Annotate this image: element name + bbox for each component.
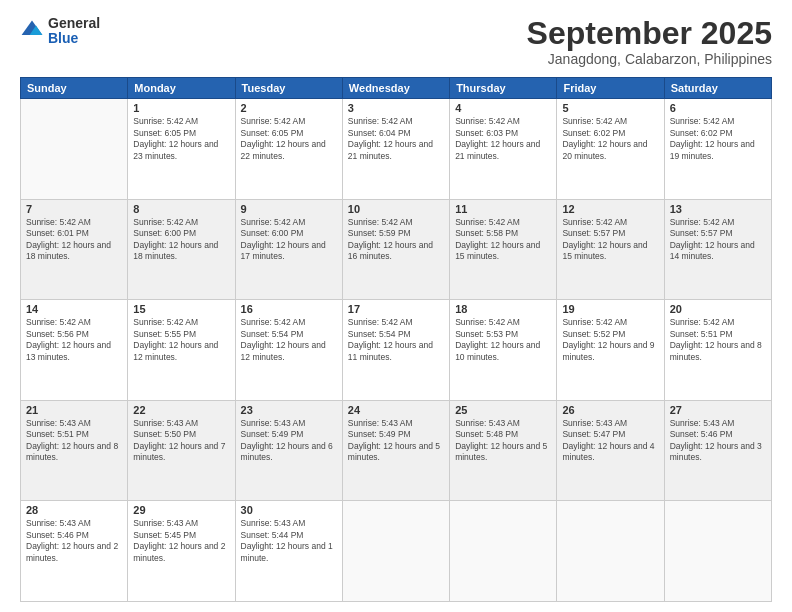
day-cell-23: 23 Sunrise: 5:43 AMSunset: 5:49 PMDaylig… <box>235 400 342 501</box>
day-info: Sunrise: 5:42 AMSunset: 5:56 PMDaylight:… <box>26 317 111 361</box>
day-info: Sunrise: 5:42 AMSunset: 6:03 PMDaylight:… <box>455 116 540 160</box>
day-number: 9 <box>241 203 337 215</box>
day-cell-16: 16 Sunrise: 5:42 AMSunset: 5:54 PMDaylig… <box>235 300 342 401</box>
logo-icon <box>20 19 44 43</box>
day-cell-24: 24 Sunrise: 5:43 AMSunset: 5:49 PMDaylig… <box>342 400 449 501</box>
day-info: Sunrise: 5:43 AMSunset: 5:46 PMDaylight:… <box>26 518 118 562</box>
day-info: Sunrise: 5:42 AMSunset: 6:05 PMDaylight:… <box>133 116 218 160</box>
day-cell-9: 9 Sunrise: 5:42 AMSunset: 6:00 PMDayligh… <box>235 199 342 300</box>
day-info: Sunrise: 5:42 AMSunset: 5:57 PMDaylight:… <box>670 217 755 261</box>
header-sunday: Sunday <box>21 78 128 99</box>
day-number: 25 <box>455 404 551 416</box>
day-info: Sunrise: 5:42 AMSunset: 6:01 PMDaylight:… <box>26 217 111 261</box>
calendar-table: Sunday Monday Tuesday Wednesday Thursday… <box>20 77 772 602</box>
day-info: Sunrise: 5:42 AMSunset: 5:58 PMDaylight:… <box>455 217 540 261</box>
day-cell-8: 8 Sunrise: 5:42 AMSunset: 6:00 PMDayligh… <box>128 199 235 300</box>
day-number: 8 <box>133 203 229 215</box>
week-row-1: 1 Sunrise: 5:42 AMSunset: 6:05 PMDayligh… <box>21 99 772 200</box>
day-number: 3 <box>348 102 444 114</box>
day-cell-28: 28 Sunrise: 5:43 AMSunset: 5:46 PMDaylig… <box>21 501 128 602</box>
day-number: 1 <box>133 102 229 114</box>
day-number: 14 <box>26 303 122 315</box>
day-info: Sunrise: 5:43 AMSunset: 5:46 PMDaylight:… <box>670 418 762 462</box>
logo-blue: Blue <box>48 31 100 46</box>
day-number: 18 <box>455 303 551 315</box>
week-row-4: 21 Sunrise: 5:43 AMSunset: 5:51 PMDaylig… <box>21 400 772 501</box>
day-number: 11 <box>455 203 551 215</box>
header-friday: Friday <box>557 78 664 99</box>
header: General Blue September 2025 Janagdong, C… <box>20 16 772 67</box>
day-number: 2 <box>241 102 337 114</box>
day-cell-22: 22 Sunrise: 5:43 AMSunset: 5:50 PMDaylig… <box>128 400 235 501</box>
day-cell-19: 19 Sunrise: 5:42 AMSunset: 5:52 PMDaylig… <box>557 300 664 401</box>
day-info: Sunrise: 5:42 AMSunset: 5:52 PMDaylight:… <box>562 317 654 361</box>
day-cell-20: 20 Sunrise: 5:42 AMSunset: 5:51 PMDaylig… <box>664 300 771 401</box>
day-cell-29: 29 Sunrise: 5:43 AMSunset: 5:45 PMDaylig… <box>128 501 235 602</box>
empty-cell <box>557 501 664 602</box>
week-row-3: 14 Sunrise: 5:42 AMSunset: 5:56 PMDaylig… <box>21 300 772 401</box>
day-number: 29 <box>133 504 229 516</box>
day-info: Sunrise: 5:43 AMSunset: 5:49 PMDaylight:… <box>348 418 440 462</box>
day-info: Sunrise: 5:42 AMSunset: 5:51 PMDaylight:… <box>670 317 762 361</box>
month-title: September 2025 <box>527 16 772 51</box>
day-cell-5: 5 Sunrise: 5:42 AMSunset: 6:02 PMDayligh… <box>557 99 664 200</box>
day-info: Sunrise: 5:43 AMSunset: 5:44 PMDaylight:… <box>241 518 333 562</box>
logo-text: General Blue <box>48 16 100 47</box>
day-cell-4: 4 Sunrise: 5:42 AMSunset: 6:03 PMDayligh… <box>450 99 557 200</box>
day-cell-25: 25 Sunrise: 5:43 AMSunset: 5:48 PMDaylig… <box>450 400 557 501</box>
week-row-2: 7 Sunrise: 5:42 AMSunset: 6:01 PMDayligh… <box>21 199 772 300</box>
day-number: 30 <box>241 504 337 516</box>
day-info: Sunrise: 5:42 AMSunset: 6:02 PMDaylight:… <box>670 116 755 160</box>
day-cell-13: 13 Sunrise: 5:42 AMSunset: 5:57 PMDaylig… <box>664 199 771 300</box>
week-row-5: 28 Sunrise: 5:43 AMSunset: 5:46 PMDaylig… <box>21 501 772 602</box>
day-info: Sunrise: 5:43 AMSunset: 5:49 PMDaylight:… <box>241 418 333 462</box>
day-number: 17 <box>348 303 444 315</box>
day-number: 20 <box>670 303 766 315</box>
day-info: Sunrise: 5:43 AMSunset: 5:45 PMDaylight:… <box>133 518 225 562</box>
day-info: Sunrise: 5:42 AMSunset: 6:04 PMDaylight:… <box>348 116 433 160</box>
day-info: Sunrise: 5:43 AMSunset: 5:51 PMDaylight:… <box>26 418 118 462</box>
day-number: 28 <box>26 504 122 516</box>
day-cell-6: 6 Sunrise: 5:42 AMSunset: 6:02 PMDayligh… <box>664 99 771 200</box>
day-cell-3: 3 Sunrise: 5:42 AMSunset: 6:04 PMDayligh… <box>342 99 449 200</box>
day-info: Sunrise: 5:42 AMSunset: 5:59 PMDaylight:… <box>348 217 433 261</box>
day-number: 5 <box>562 102 658 114</box>
day-number: 26 <box>562 404 658 416</box>
logo: General Blue <box>20 16 100 47</box>
day-info: Sunrise: 5:42 AMSunset: 5:53 PMDaylight:… <box>455 317 540 361</box>
day-cell-10: 10 Sunrise: 5:42 AMSunset: 5:59 PMDaylig… <box>342 199 449 300</box>
header-thursday: Thursday <box>450 78 557 99</box>
page: General Blue September 2025 Janagdong, C… <box>0 0 792 612</box>
day-number: 24 <box>348 404 444 416</box>
header-saturday: Saturday <box>664 78 771 99</box>
day-info: Sunrise: 5:42 AMSunset: 6:00 PMDaylight:… <box>133 217 218 261</box>
day-number: 19 <box>562 303 658 315</box>
day-cell-1: 1 Sunrise: 5:42 AMSunset: 6:05 PMDayligh… <box>128 99 235 200</box>
day-number: 6 <box>670 102 766 114</box>
day-number: 13 <box>670 203 766 215</box>
day-info: Sunrise: 5:42 AMSunset: 5:54 PMDaylight:… <box>348 317 433 361</box>
day-info: Sunrise: 5:42 AMSunset: 6:05 PMDaylight:… <box>241 116 326 160</box>
header-wednesday: Wednesday <box>342 78 449 99</box>
day-cell-12: 12 Sunrise: 5:42 AMSunset: 5:57 PMDaylig… <box>557 199 664 300</box>
title-section: September 2025 Janagdong, Calabarzon, Ph… <box>527 16 772 67</box>
header-monday: Monday <box>128 78 235 99</box>
day-number: 23 <box>241 404 337 416</box>
day-cell-27: 27 Sunrise: 5:43 AMSunset: 5:46 PMDaylig… <box>664 400 771 501</box>
day-info: Sunrise: 5:42 AMSunset: 6:02 PMDaylight:… <box>562 116 647 160</box>
day-number: 15 <box>133 303 229 315</box>
day-number: 27 <box>670 404 766 416</box>
empty-cell <box>21 99 128 200</box>
empty-cell <box>450 501 557 602</box>
day-info: Sunrise: 5:43 AMSunset: 5:47 PMDaylight:… <box>562 418 654 462</box>
day-info: Sunrise: 5:42 AMSunset: 5:54 PMDaylight:… <box>241 317 326 361</box>
day-cell-15: 15 Sunrise: 5:42 AMSunset: 5:55 PMDaylig… <box>128 300 235 401</box>
day-number: 16 <box>241 303 337 315</box>
day-cell-17: 17 Sunrise: 5:42 AMSunset: 5:54 PMDaylig… <box>342 300 449 401</box>
day-info: Sunrise: 5:42 AMSunset: 5:57 PMDaylight:… <box>562 217 647 261</box>
day-number: 22 <box>133 404 229 416</box>
day-number: 10 <box>348 203 444 215</box>
location-subtitle: Janagdong, Calabarzon, Philippines <box>527 51 772 67</box>
day-info: Sunrise: 5:43 AMSunset: 5:48 PMDaylight:… <box>455 418 547 462</box>
empty-cell <box>342 501 449 602</box>
